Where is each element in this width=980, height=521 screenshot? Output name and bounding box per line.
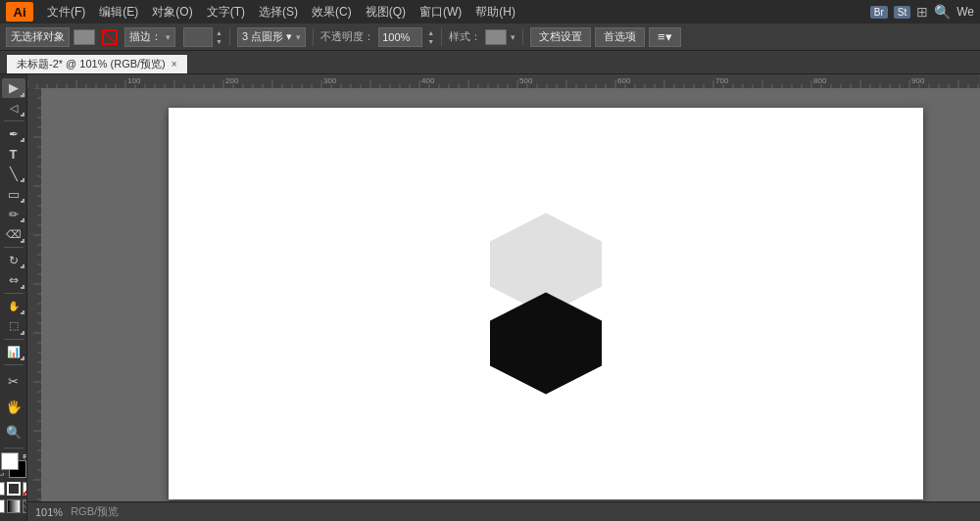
sep-2 [313,28,314,46]
symbol-tool-button[interactable]: ⬚ [2,316,25,336]
color-selector[interactable]: ⇄ ↩ [1,452,26,478]
color-type-row [0,499,27,513]
artboard [169,108,923,499]
sep-3 [441,28,442,46]
svg-marker-164 [490,293,602,395]
sep-4 [522,28,523,46]
toolbar-sep-5 [4,364,24,365]
sep-1 [229,28,230,46]
graph-icon: 📊 [7,346,21,358]
zoom-tool-button[interactable]: 🔍 [2,420,25,444]
doc-settings-button[interactable]: 文档设置 [530,27,591,47]
shape-icon: ▭ [8,187,20,202]
shape-tool-button[interactable]: ▭ [2,184,25,204]
title-bar: Ai 文件(F) 编辑(E) 对象(O) 文字(T) 选择(S) 效果(C) 视… [0,0,980,24]
toolbar-sep-4 [4,339,24,340]
tab-label: 未标题-2* @ 101% (RGB/预览) [17,57,166,71]
mirror-icon: ⇔ [9,273,19,287]
direct-selection-icon: ◁ [10,102,18,115]
eraser-tool-button[interactable]: ⌫ [2,224,25,244]
status-bar: 101% RGB/预览 [27,501,980,521]
svg-text:400: 400 [421,76,435,85]
paint-tool-button[interactable]: ✏ [2,205,25,224]
menu-view[interactable]: 视图(Q) [360,2,412,23]
svg-rect-112 [27,88,41,501]
menu-window[interactable]: 窗口(W) [414,2,467,23]
svg-text:500: 500 [519,76,533,85]
menu-effect[interactable]: 效果(C) [306,2,358,23]
foreground-color[interactable] [1,452,19,470]
stroke-icon [99,27,121,47]
tab-bar: 未标题-2* @ 101% (RGB/预览) × [0,51,980,74]
style-swatch[interactable] [485,29,507,45]
layout-icon[interactable]: ⊞ [916,4,928,20]
warp-icon: ✋ [8,301,20,311]
menu-object[interactable]: 对象(O) [146,2,198,23]
svg-text:900: 900 [911,76,925,85]
opacity-label: 不透明度： [320,29,374,44]
fill-mode-icon[interactable] [0,482,5,496]
type-icon: T [10,147,18,162]
main-layout: ▶ ◁ ✒ T ╲ ▭ ✏ ⌫ [0,74,980,521]
stroke-select[interactable]: 描边： [124,27,175,47]
direct-selection-tool-button[interactable]: ◁ [2,99,25,118]
scissors-icon: ✂ [8,374,19,389]
line-icon: ╲ [10,166,18,181]
reset-colors-icon[interactable]: ↩ [0,470,5,480]
graph-tool-button[interactable]: 📊 [2,342,25,361]
color-profile: RGB/预览 [71,504,119,519]
toolbar-sep-1 [4,120,24,121]
pen-tool-button[interactable]: ✒ [2,124,25,144]
rotate-tool-button[interactable]: ↻ [2,251,25,270]
search-icon[interactable]: 🔍 [934,4,951,20]
svg-text:300: 300 [323,76,337,85]
hand-tool-button[interactable]: 🖐 [2,395,25,418]
selection-tool-icon: ▶ [9,80,19,95]
svg-rect-2 [27,74,979,88]
tab-close-button[interactable]: × [172,59,177,70]
we-label: We [956,5,974,19]
menu-select[interactable]: 选择(S) [253,2,304,23]
hand-icon: 🖐 [6,400,22,414]
left-toolbar: ▶ ◁ ✒ T ╲ ▭ ✏ ⌫ [0,74,27,521]
scissors-tool-button[interactable]: ✂ [2,369,25,393]
title-right-icons: Br St ⊞ 🔍 We [870,4,974,20]
menu-file[interactable]: 文件(F) [41,2,91,23]
zoom-tool-icon: 🔍 [6,425,22,440]
svg-text:100: 100 [127,76,141,85]
paint-icon: ✏ [9,208,19,221]
menu-text[interactable]: 文字(T) [201,2,251,23]
stroke-mode-icon[interactable] [7,482,21,496]
bridge-icon[interactable]: Br [870,6,888,19]
style-label: 样式： [449,29,481,44]
gradient-icon[interactable] [7,499,21,513]
fill-swatch[interactable] [74,29,95,45]
color-area: ✂ 🖐 🔍 ⇄ ↩ [0,362,27,517]
menu-edit[interactable]: 编辑(E) [93,2,144,23]
anchor-style-select[interactable]: 3 点圆形 ▾ [237,27,306,47]
svg-text:700: 700 [715,76,729,85]
warp-tool-button[interactable]: ✋ [2,297,25,316]
menu-bar: 文件(F) 编辑(E) 对象(O) 文字(T) 选择(S) 效果(C) 视图(Q… [41,2,862,23]
solid-color-icon[interactable] [0,499,5,513]
type-tool-button[interactable]: T [2,144,25,164]
prefs-button[interactable]: 首选项 [595,27,645,47]
vertical-ruler [27,88,41,501]
opacity-input[interactable] [378,27,422,47]
line-tool-button[interactable]: ╲ [2,165,25,184]
color-mode-row [0,482,27,496]
stock-icon[interactable]: St [894,6,910,19]
menu-help[interactable]: 帮助(H) [469,2,521,23]
no-selection-label: 无选择对象 [6,27,70,47]
svg-text:800: 800 [813,76,827,85]
canvas-area[interactable] [41,88,980,501]
workspace-button[interactable]: ≡▾ [649,27,681,47]
stroke-stepper[interactable]: ▲▼ [216,28,222,46]
style-arrow[interactable]: ▾ [511,32,515,42]
opacity-stepper[interactable]: ▲▼ [427,28,434,46]
selection-tool-button[interactable]: ▶ [2,78,25,98]
document-tab[interactable]: 未标题-2* @ 101% (RGB/预览) × [6,54,188,73]
stroke-width-input[interactable] [183,27,213,47]
mirror-tool-button[interactable]: ⇔ [2,270,25,290]
dark-hexagon[interactable] [482,289,610,399]
